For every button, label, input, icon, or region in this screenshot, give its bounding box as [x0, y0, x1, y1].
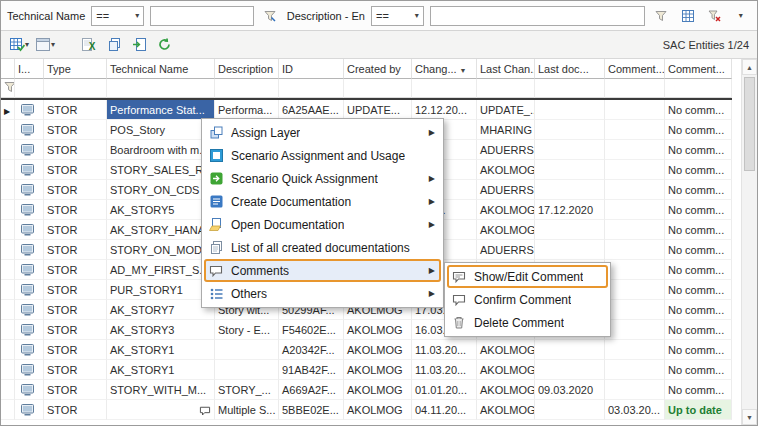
column-header-chang[interactable]: Chang...▼ [412, 59, 477, 79]
cell-last-changed[interactable]: MHARING [477, 120, 535, 140]
cell-comment-status[interactable]: No comm... [665, 160, 732, 180]
cell-last-changed[interactable]: ADUERRS... [477, 140, 535, 160]
menu-item-assign-layer[interactable]: Assign Layer▶ [204, 121, 441, 144]
column-header-technical-name[interactable]: Technical Name [107, 59, 215, 79]
cell-technical-name[interactable]: AK_STORY3 [107, 320, 215, 340]
cell-description[interactable]: Performa... [215, 100, 279, 120]
copy-button[interactable] [103, 34, 125, 56]
cell-created-by[interactable]: AKOLMOG [344, 340, 412, 360]
cell-id[interactable]: 5BBE02E... [279, 400, 344, 420]
documentation-menu-button[interactable]: ▾ [9, 38, 29, 52]
cell-technical-name[interactable]: AK_STORY5 [107, 200, 215, 220]
cell-type[interactable]: STOR [44, 160, 107, 180]
cell-type[interactable]: STOR [44, 100, 107, 120]
cell-technical-name[interactable]: AD_MY_FIRST_S... [107, 260, 215, 280]
filter-cell-comment[interactable] [665, 79, 732, 98]
menu-item-scenario-assignment-and-usage[interactable]: Scenario Assignment and Usage [204, 144, 441, 167]
cell-technical-name[interactable]: STORY_SALES_R... [107, 160, 215, 180]
filter-edit-button[interactable] [260, 5, 281, 27]
menu-item-scenario-quick-assignment[interactable]: Scenario Quick Assignment▶ [204, 167, 441, 190]
cell-comment-date[interactable] [605, 360, 665, 380]
cell-last-doc[interactable] [535, 180, 605, 200]
filter-input-description[interactable] [430, 6, 645, 26]
cell-id[interactable]: F54602E... [279, 320, 344, 340]
cell-created-by[interactable]: UPDATE... [344, 100, 412, 120]
refresh-button[interactable] [153, 34, 175, 56]
filter-cell-technical-name[interactable] [107, 79, 215, 98]
cell-description[interactable] [215, 360, 279, 380]
vertical-scrollbar[interactable]: ▲ ▼ [741, 59, 757, 425]
filter-dropdown-button[interactable]: ▾ [730, 5, 751, 27]
cell-last-changed[interactable]: AKOLMOG [477, 220, 535, 240]
cell-type[interactable]: STOR [44, 260, 107, 280]
cell-type[interactable]: STOR [44, 120, 107, 140]
cell-created-by[interactable]: AKOLMOG [344, 320, 412, 340]
cell-id[interactable]: A669A2F... [279, 380, 344, 400]
table-row[interactable]: STORSTORY_WITH_M...STORY_...A669A2F...AK… [1, 380, 732, 400]
filter-cell-type[interactable] [44, 79, 107, 98]
column-header-comment[interactable]: Comment... [605, 59, 665, 79]
submenu-item-delete-comment[interactable]: Delete Comment [447, 311, 608, 334]
cell-last-changed[interactable]: AKOLMOG [477, 160, 535, 180]
cell-technical-name[interactable]: Boardroom with m... [107, 140, 215, 160]
cell-last-changed[interactable]: AKOLMOG [477, 400, 535, 420]
scroll-down-button[interactable]: ▼ [742, 409, 757, 425]
column-header-i[interactable]: I... [15, 59, 44, 79]
filter-cell-chang[interactable] [412, 79, 477, 98]
cell-comment-status[interactable]: No comm... [665, 180, 732, 200]
cell-last-doc[interactable] [535, 400, 605, 420]
cell-changed[interactable]: 04.11.20... [412, 400, 477, 420]
submenu-item-show-edit-comment[interactable]: Show/Edit Comment [447, 265, 608, 288]
cell-created-by[interactable]: AKOLMOG [344, 400, 412, 420]
cell-comment-status[interactable]: No comm... [665, 340, 732, 360]
cell-comment-status[interactable]: No comm... [665, 120, 732, 140]
cell-type[interactable]: STOR [44, 340, 107, 360]
column-header-created-by[interactable]: Created by [344, 59, 412, 79]
column-header-last-doc[interactable]: Last doc... [535, 59, 605, 79]
column-header-description[interactable]: Description [215, 59, 279, 79]
cell-changed[interactable]: 11.03.20... [412, 340, 477, 360]
cell-type[interactable]: STOR [44, 220, 107, 240]
cell-last-changed[interactable]: AKOLMOG [477, 380, 535, 400]
filter-cell-last-chan[interactable] [477, 79, 535, 98]
cell-technical-name[interactable]: AK_STORY1 [107, 360, 215, 380]
cell-technical-name[interactable]: POS_Story [107, 120, 215, 140]
cell-last-doc[interactable] [535, 160, 605, 180]
menu-item-open-documentation[interactable]: Open Documentation▶ [204, 213, 441, 236]
cell-technical-name[interactable]: Performance Stat... [107, 100, 215, 120]
cell-comment-date[interactable] [605, 200, 665, 220]
import-button[interactable] [128, 34, 150, 56]
cell-last-changed[interactable]: ADUERRS... [477, 180, 535, 200]
cell-technical-name[interactable]: STORY_WITH_M... [107, 380, 215, 400]
export-excel-button[interactable]: X [78, 34, 100, 56]
cell-type[interactable]: STOR [44, 380, 107, 400]
cell-comment-date[interactable] [605, 260, 665, 280]
cell-technical-name[interactable]: STORY_ON_CDS [107, 180, 215, 200]
cell-comment-status[interactable]: No comm... [665, 300, 732, 320]
column-header-type[interactable]: Type [44, 59, 107, 79]
filter-cell-id[interactable] [279, 79, 344, 98]
cell-last-changed[interactable]: AKOLMOG [477, 360, 535, 380]
table-row[interactable]: STORAK_STORY3Story - E...F54602E...AKOLM… [1, 320, 732, 340]
cell-last-changed[interactable]: ADUERRS... [477, 240, 535, 260]
cell-comment-date[interactable] [605, 340, 665, 360]
filter-input-technical-name[interactable] [150, 6, 254, 26]
table-row[interactable]: ▶STORPerformance Stat...Performa...6A25A… [1, 100, 732, 120]
cell-technical-name[interactable]: STORY_ON_MOD... [107, 240, 215, 260]
apply-filter-button[interactable] [651, 5, 672, 27]
cell-last-changed[interactable]: AKOLMOG [477, 340, 535, 360]
cell-last-doc[interactable] [535, 100, 605, 120]
cell-id[interactable]: 6A25AAE... [279, 100, 344, 120]
cell-type[interactable]: STOR [44, 200, 107, 220]
cell-last-doc[interactable] [535, 120, 605, 140]
cell-last-doc[interactable]: 09.03.2020 [535, 380, 605, 400]
cell-technical-name[interactable]: PUR_STORY1 [107, 280, 215, 300]
cell-comment-status[interactable]: No comm... [665, 240, 732, 260]
cell-last-doc[interactable] [535, 220, 605, 240]
cell-comment-status[interactable]: No comm... [665, 100, 732, 120]
cell-technical-name[interactable]: AK_STORY_HANA... [107, 220, 215, 240]
cell-description[interactable] [215, 340, 279, 360]
column-header-last-chan[interactable]: Last Chan... [477, 59, 535, 79]
table-row[interactable]: STORAK_STORY1A20342F...AKOLMOG11.03.20..… [1, 340, 732, 360]
menu-item-others[interactable]: Others▶ [204, 282, 441, 305]
